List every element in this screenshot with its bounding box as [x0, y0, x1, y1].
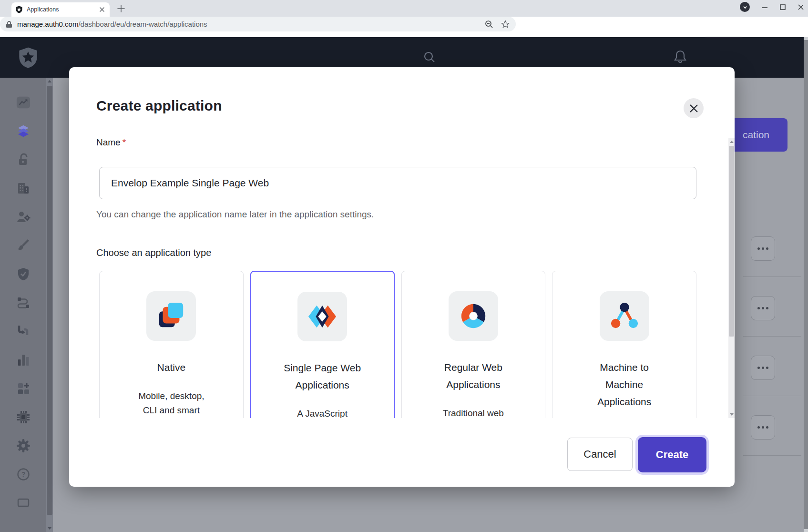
sidebar-nav: ?: [0, 78, 46, 532]
address-bar[interactable]: manage.auth0.com/dashboard/eu/dream-watc…: [0, 17, 516, 31]
spa-tile: [297, 292, 347, 341]
card-desc: Mobile, desktop, CLI and smart: [135, 389, 207, 418]
native-tile: [146, 291, 196, 341]
sidebar-item-applications[interactable]: [16, 124, 31, 138]
sidebar-item-marketplace[interactable]: [16, 382, 31, 395]
lock-icon[interactable]: [6, 20, 12, 28]
row-actions-button[interactable]: [751, 296, 775, 320]
sidebar-item-extensions-chip[interactable]: [16, 410, 31, 424]
window-controls: [740, 2, 804, 12]
sidebar-item-actions-flow[interactable]: [16, 296, 31, 309]
name-label: Name*: [96, 137, 126, 148]
row-actions-button[interactable]: [751, 415, 775, 440]
page-scrollbar-thumb[interactable]: [804, 40, 808, 529]
sidebar-item-monitoring-chart[interactable]: [16, 353, 31, 367]
row-divider: [743, 276, 801, 277]
new-tab-icon[interactable]: [116, 4, 126, 13]
card-desc: A JavaScript: [297, 407, 348, 418]
card-single-page-web[interactable]: Single Page Web Applications A JavaScrip…: [250, 271, 395, 418]
create-application-fragment-label: cation: [743, 129, 769, 141]
row-divider: [743, 336, 801, 337]
modal-scroll-down-icon[interactable]: [730, 413, 734, 416]
modal-scrollbar-thumb[interactable]: [729, 146, 734, 337]
card-title: Single Page Web Applications: [281, 359, 363, 394]
url-domain: manage.auth0.com: [17, 20, 78, 28]
required-asterisk: *: [123, 137, 126, 147]
sidebar-scrollbar-thumb[interactable]: [47, 86, 52, 515]
create-button[interactable]: Create: [638, 437, 706, 472]
card-native[interactable]: Native Mobile, desktop, CLI and smart: [99, 271, 244, 418]
modal-scroll-up-icon[interactable]: [730, 141, 734, 143]
browser-tab-applications[interactable]: Applications: [11, 2, 110, 17]
native-stack-icon: [156, 301, 186, 331]
regular-web-donut-icon: [459, 301, 488, 331]
svg-text:?: ?: [21, 471, 25, 478]
scroll-down-icon[interactable]: [48, 527, 51, 530]
close-icon: [689, 104, 698, 113]
browser-toolbar: manage.auth0.com/dashboard/eu/dream-watc…: [0, 17, 808, 37]
tab-title: Applications: [27, 6, 98, 13]
sidebar-item-authentication-lock[interactable]: [16, 153, 31, 166]
spa-diamonds-icon: [307, 302, 337, 331]
screen: Applications manage.auth0.com/dashboard/…: [0, 0, 808, 532]
bell-icon[interactable]: [674, 50, 687, 64]
search-icon[interactable]: [423, 51, 436, 63]
card-title: Machine to Machine Applications: [583, 359, 665, 410]
application-type-cards: Native Mobile, desktop, CLI and smart Si…: [99, 271, 696, 418]
name-help-text: You can change the application name late…: [96, 209, 374, 220]
row-actions-button[interactable]: [751, 236, 775, 261]
row-actions-button[interactable]: [751, 356, 775, 380]
sidebar-item-organizations[interactable]: [16, 182, 31, 195]
m2m-network-icon: [610, 301, 639, 331]
auth0-favicon-icon: [15, 6, 23, 13]
zoom-icon[interactable]: [484, 20, 494, 29]
maximize-icon[interactable]: [779, 4, 786, 10]
card-regular-web[interactable]: Regular Web Applications Traditional web: [401, 271, 546, 418]
m2m-tile: [600, 291, 649, 341]
card-desc: Traditional web: [443, 406, 504, 418]
sidebar-item-user-management[interactable]: [16, 210, 31, 224]
card-machine-to-machine[interactable]: Machine to Machine Applications: [552, 271, 696, 418]
url-text[interactable]: manage.auth0.com/dashboard/eu/dream-watc…: [17, 20, 207, 28]
sidebar-item-security-shield[interactable]: [16, 267, 31, 281]
sidebar-item-auth-pipeline[interactable]: [16, 325, 31, 338]
application-type-label: Choose an application type: [96, 247, 211, 258]
url-path: /dashboard/eu/dream-watch/applications: [78, 20, 207, 28]
card-title: Regular Web Applications: [432, 359, 514, 393]
sidebar-item-help[interactable]: ?: [16, 468, 31, 481]
scroll-up-icon[interactable]: [48, 80, 51, 82]
application-name-input[interactable]: [99, 167, 696, 199]
tab-close-icon[interactable]: [98, 6, 106, 13]
bookmark-star-icon[interactable]: [501, 20, 510, 29]
card-title: Native: [157, 359, 186, 376]
row-divider: [743, 455, 801, 456]
sidebar-item-support-partial[interactable]: [16, 496, 31, 510]
row-divider: [743, 396, 801, 396]
sidebar-item-activity[interactable]: [16, 96, 31, 109]
modal-title: Create application: [96, 97, 222, 115]
cancel-button[interactable]: Cancel: [567, 438, 633, 471]
browser-menu-chevron-icon[interactable]: [740, 2, 750, 12]
regular-web-tile: [449, 291, 498, 341]
sidebar-item-settings-gear[interactable]: [16, 439, 31, 452]
close-window-icon[interactable]: [798, 4, 804, 10]
sidebar-item-branding-brush[interactable]: [16, 239, 31, 252]
auth0-logo-icon: [17, 46, 39, 70]
minimize-icon[interactable]: [761, 4, 768, 10]
modal-close-button[interactable]: [684, 98, 704, 118]
browser-tabstrip: Applications: [0, 0, 808, 17]
create-application-modal: Create application Name* You can change …: [69, 67, 735, 487]
modal-scrollbar[interactable]: [728, 138, 735, 418]
